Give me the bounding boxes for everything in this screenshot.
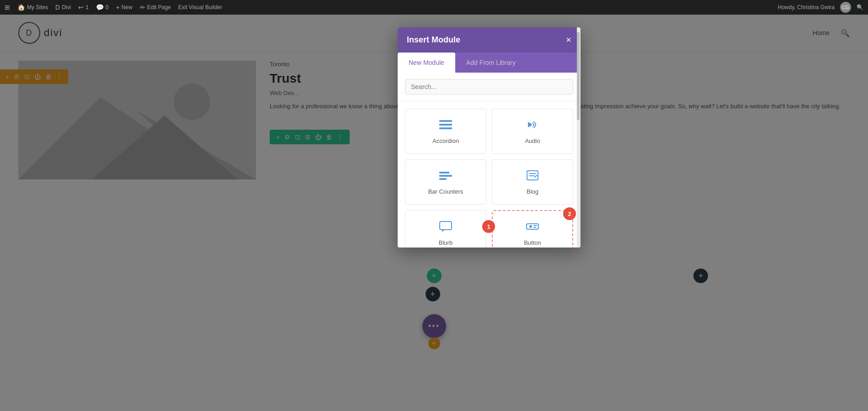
bar-counters-icon [438, 169, 453, 184]
svg-point-15 [529, 225, 532, 228]
admin-bar: ⊞ 🏠 My Sites D Divi ↩ 1 💬 0 + New ✏ Edit… [0, 0, 868, 15]
button-label: Button [524, 239, 541, 246]
scrollbar-thumb [577, 32, 580, 120]
accordion-icon [438, 118, 453, 134]
svg-rect-17 [533, 227, 536, 228]
avatar: CG [840, 2, 851, 13]
badge-2: 2 [563, 207, 576, 220]
edit-icon: ✏ [140, 4, 145, 11]
svg-rect-10 [439, 178, 447, 180]
tab-new-module[interactable]: New Module [398, 53, 455, 73]
wp-icon: ⊞ [5, 4, 10, 11]
updates-icon: ↩ [78, 4, 84, 11]
tab-add-library[interactable]: Add From Library [455, 53, 527, 73]
modal-tabs: New Module Add From Library [398, 53, 580, 73]
svg-marker-13 [442, 230, 445, 232]
modal-close-button[interactable]: × [566, 35, 571, 45]
wp-logo-item[interactable]: ⊞ [5, 4, 10, 11]
audio-label: Audio [525, 137, 540, 144]
divi-item[interactable]: D Divi [55, 4, 71, 11]
exit-builder-item[interactable]: Exit Visual Builder [178, 4, 223, 11]
svg-rect-5 [439, 124, 452, 126]
modal-search-area [398, 73, 580, 101]
audio-icon [525, 118, 540, 134]
svg-rect-9 [439, 175, 452, 177]
admin-bar-right: Howdy, Christina Gwira CG 🔍 [778, 2, 863, 13]
modal-header: Insert Module × [398, 27, 580, 53]
module-audio[interactable]: Audio [492, 109, 573, 154]
home-icon: 🏠 [17, 4, 25, 11]
new-item[interactable]: + New [116, 4, 133, 11]
blurb-icon [438, 220, 453, 236]
module-blog[interactable]: Blog [492, 159, 573, 205]
svg-rect-12 [440, 221, 452, 230]
search-icon[interactable]: 🔍 [857, 4, 863, 11]
my-sites-item[interactable]: 🏠 My Sites [17, 4, 48, 11]
svg-rect-6 [439, 127, 452, 129]
svg-rect-16 [533, 225, 537, 226]
button-icon [525, 220, 540, 236]
svg-rect-8 [439, 172, 449, 174]
blurb-label: Blurb [439, 239, 453, 246]
accordion-label: Accordion [432, 137, 459, 144]
divi-icon: D [55, 4, 60, 11]
svg-marker-7 [528, 122, 532, 127]
blog-icon [525, 169, 540, 184]
svg-rect-4 [439, 120, 452, 122]
plus-icon: + [116, 4, 120, 11]
module-accordion[interactable]: Accordion [405, 109, 486, 154]
modal-title: Insert Module [407, 35, 460, 45]
blog-label: Blog [527, 188, 538, 195]
comments-item[interactable]: 💬 0 [96, 4, 109, 11]
insert-module-modal: Insert Module × New Module Add From Libr… [398, 27, 580, 248]
edit-page-item[interactable]: ✏ Edit Page [140, 4, 171, 11]
module-search-input[interactable] [405, 79, 573, 95]
modal-scrollbar[interactable] [577, 27, 580, 248]
badge-1: 1 [482, 220, 495, 233]
module-button[interactable]: Button 2 [492, 210, 573, 248]
module-blurb[interactable]: Blurb [405, 210, 486, 248]
module-bar-counters[interactable]: Bar Counters [405, 159, 486, 205]
updates-item[interactable]: ↩ 1 [78, 4, 89, 11]
svg-rect-14 [527, 224, 538, 229]
comments-icon: 💬 [96, 4, 104, 11]
bar-counters-label: Bar Counters [428, 188, 463, 195]
